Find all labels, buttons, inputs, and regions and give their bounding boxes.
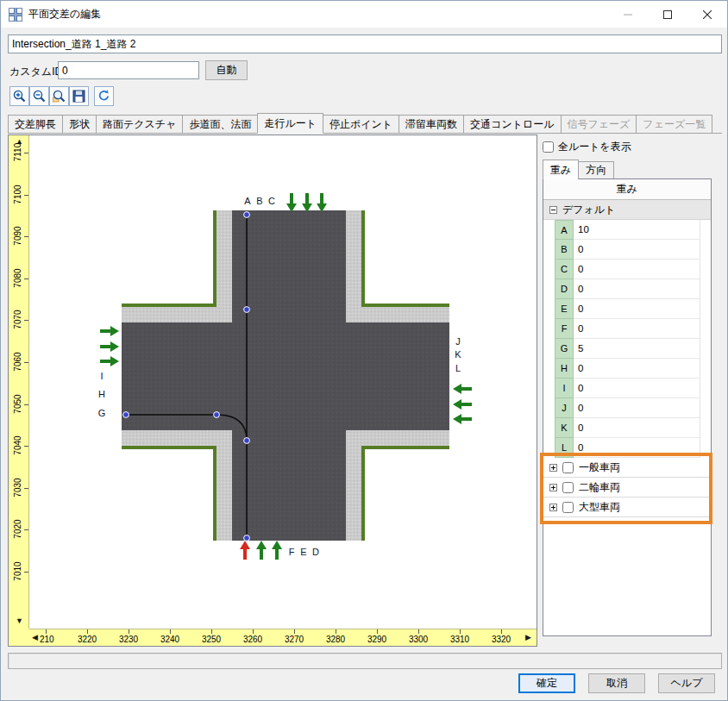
lane-arrows-top[interactable] — [286, 193, 327, 212]
lane-cell[interactable]: K — [555, 418, 574, 438]
tab-leg-length[interactable]: 交差脚長 — [8, 115, 63, 133]
weight-value-cell[interactable]: 0 — [574, 379, 700, 398]
table-row[interactable]: I0 — [543, 379, 711, 398]
lane-arrows-left[interactable] — [100, 326, 119, 366]
tab-weight[interactable]: 重み — [543, 160, 579, 179]
vehicle-group-row[interactable]: 二輪車両 — [543, 478, 711, 498]
ruler-scroll-right[interactable]: ▶ — [525, 634, 531, 642]
zoom-out-button[interactable] — [29, 86, 49, 106]
vehicle-group-label: 二輪車両 — [579, 480, 620, 495]
lane-arrows-bottom[interactable] — [240, 541, 282, 560]
maximize-icon — [663, 10, 672, 19]
lane-cell[interactable]: L — [555, 438, 574, 458]
lane-label: J — [455, 336, 461, 347]
lane-arrows-right[interactable] — [453, 384, 472, 424]
close-button[interactable] — [687, 1, 727, 28]
lane-cell[interactable]: J — [555, 398, 574, 418]
table-row[interactable]: B0 — [543, 240, 711, 260]
default-group-row[interactable]: デフォルト — [543, 200, 711, 220]
ok-button[interactable]: 確定 — [518, 673, 575, 693]
tab-queued-vehicles[interactable]: 滞留車両数 — [399, 115, 464, 133]
weight-value-cell[interactable]: 0 — [574, 260, 700, 279]
ruler-label: 3290 — [360, 635, 394, 644]
table-row[interactable]: G5 — [543, 339, 711, 359]
weight-value-cell[interactable]: 0 — [574, 438, 700, 458]
help-button[interactable]: ヘルプ — [658, 673, 715, 693]
expand-icon[interactable] — [549, 504, 557, 511]
tab-direction[interactable]: 方向 — [578, 161, 614, 178]
table-row[interactable]: F0 — [543, 319, 711, 339]
zoom-in-button[interactable] — [9, 86, 29, 106]
table-row[interactable]: J0 — [543, 398, 711, 418]
maximize-button[interactable] — [648, 1, 687, 28]
weight-value-cell[interactable]: 0 — [574, 299, 700, 319]
table-row[interactable]: H0 — [543, 359, 711, 379]
lane-cell[interactable]: C — [555, 260, 574, 279]
lane-cell[interactable]: I — [555, 379, 574, 398]
lane-cell[interactable]: E — [555, 299, 574, 319]
weight-value-cell[interactable]: 0 — [574, 359, 700, 379]
tab-driving-route[interactable]: 走行ルート — [257, 113, 323, 134]
tab-road-texture[interactable]: 路面テクスチャ — [96, 115, 183, 133]
lane-arrow-right-icon — [100, 356, 119, 366]
vehicle-group-checkbox[interactable] — [562, 462, 574, 473]
route-node — [123, 412, 129, 418]
intersection-name-input[interactable] — [8, 34, 722, 53]
expand-icon[interactable] — [549, 464, 557, 472]
table-row[interactable]: C0 — [543, 260, 711, 279]
weight-value-cell[interactable]: 0 — [574, 418, 700, 438]
ruler-scroll-left[interactable]: ◀ — [32, 634, 38, 642]
weight-value-cell[interactable]: 0 — [574, 319, 700, 339]
collapse-icon[interactable] — [549, 206, 557, 214]
weight-value-cell[interactable]: 0 — [574, 398, 700, 418]
zoom-area-button[interactable] — [49, 86, 69, 106]
table-row[interactable]: D0 — [543, 279, 711, 299]
tab-sidewalk-slope[interactable]: 歩道面、法面 — [182, 115, 258, 133]
table-row[interactable]: E0 — [543, 299, 711, 319]
lane-cell[interactable]: G — [555, 339, 574, 359]
refresh-button[interactable] — [94, 86, 114, 106]
ruler-label: 210 — [40, 635, 66, 644]
intersection-canvas[interactable]: A B C I H G J K L F E D — [29, 135, 537, 629]
ruler-label: 3320 — [484, 635, 518, 644]
auto-button[interactable]: 自動 — [205, 60, 248, 80]
app-icon — [8, 7, 23, 22]
weight-value-cell[interactable]: 0 — [574, 279, 700, 299]
table-row[interactable]: L0 — [543, 438, 711, 458]
lane-label: B — [256, 196, 262, 206]
lane-label: E — [300, 547, 306, 557]
save-button[interactable] — [69, 86, 89, 106]
ruler-scroll-down[interactable]: ▼ — [16, 617, 23, 625]
custom-id-input[interactable] — [58, 61, 199, 79]
lane-cell[interactable]: F — [555, 319, 574, 339]
lane-cell[interactable]: H — [555, 359, 574, 379]
weight-value-cell[interactable]: 5 — [574, 339, 700, 359]
table-row[interactable]: K0 — [543, 418, 711, 438]
lane-cell[interactable]: D — [555, 279, 574, 299]
row-indent — [543, 339, 555, 359]
show-all-routes-row[interactable]: 全ルートを表示 — [543, 140, 631, 154]
tab-traffic-control[interactable]: 交通コントロール — [463, 115, 561, 133]
vehicle-group-row[interactable]: 一般車両 — [543, 458, 711, 478]
minimize-button — [608, 1, 648, 28]
lane-arrow-right-icon — [100, 341, 119, 352]
lane-cell[interactable]: A — [555, 220, 574, 240]
window-title: 平面交差の編集 — [28, 7, 101, 22]
vehicle-group-row[interactable]: 大型車両 — [543, 498, 711, 517]
lane-label: G — [98, 408, 106, 418]
vehicle-group-checkbox[interactable] — [562, 482, 574, 493]
expand-icon[interactable] — [549, 484, 557, 491]
lane-arrow-down-icon — [302, 193, 312, 212]
lane-cell[interactable]: B — [555, 240, 574, 260]
weight-value-cell[interactable]: 10 — [574, 220, 700, 240]
tab-shape[interactable]: 形状 — [62, 115, 97, 133]
vehicle-group-checkbox[interactable] — [562, 502, 574, 513]
titlebar: 平面交差の編集 — [1, 1, 727, 28]
show-all-routes-checkbox[interactable] — [543, 141, 554, 153]
ruler-label: 3260 — [235, 635, 270, 644]
tab-stop-point[interactable]: 停止ポイント — [323, 115, 399, 133]
weight-value-cell[interactable]: 0 — [574, 240, 700, 260]
table-row[interactable]: A10 — [543, 220, 711, 240]
cancel-button[interactable]: 取消 — [588, 673, 645, 693]
minimize-icon — [624, 10, 632, 19]
